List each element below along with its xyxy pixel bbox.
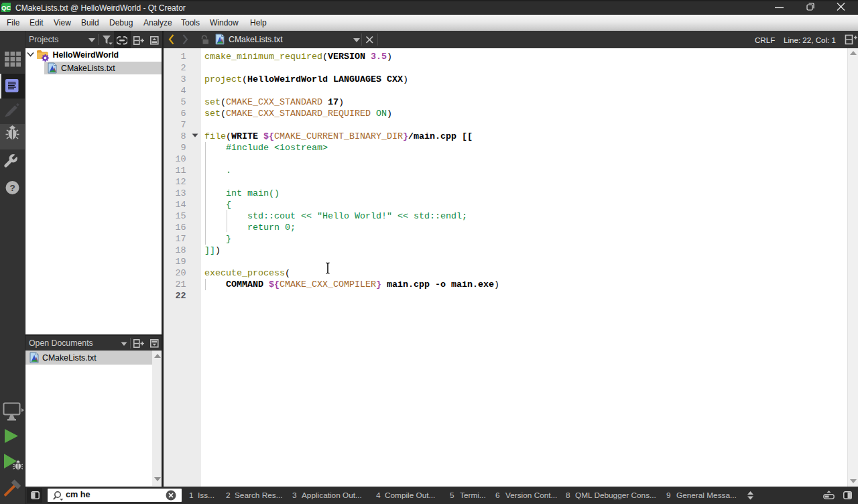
svg-text:?: ? bbox=[9, 183, 15, 193]
svg-text:QC: QC bbox=[1, 4, 11, 11]
